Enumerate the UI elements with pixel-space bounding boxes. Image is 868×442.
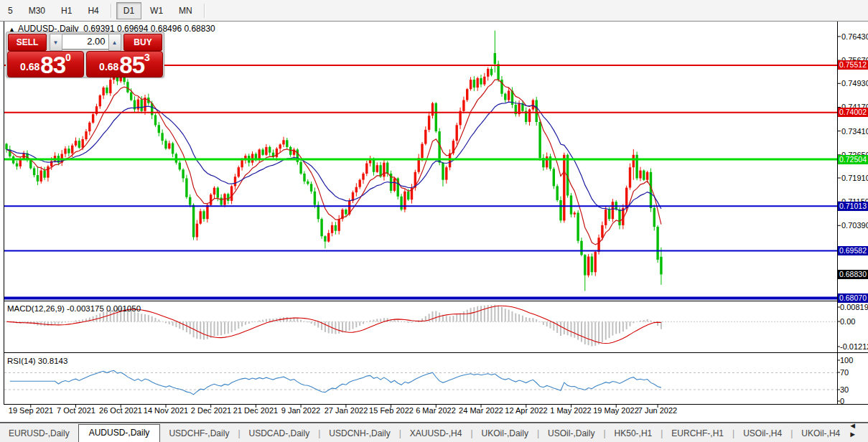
tab-usdcad-daily[interactable]: USDCAD-,Daily (241, 425, 319, 442)
candle-body (435, 103, 437, 131)
candle-body (625, 188, 627, 208)
candle-body (71, 146, 73, 154)
level-badge: 0.75512 (838, 60, 868, 70)
candle-body (400, 197, 402, 210)
candle-body (608, 210, 610, 219)
candle-body (556, 186, 559, 200)
sell-price-big: 83 (40, 55, 65, 76)
rsi-layer (4, 370, 837, 395)
date-axis-label: 12 Apr 2022 (505, 406, 547, 415)
candle-body (130, 93, 132, 100)
date-axis-label: 15 Feb 2022 (369, 406, 414, 415)
tab-usoil-daily[interactable]: USOil-,Daily (539, 425, 603, 442)
candle-body (227, 194, 229, 201)
candle-body (362, 174, 364, 180)
candle-body (279, 144, 281, 149)
sell-price-tile[interactable]: 0.68 83 0 (7, 51, 84, 77)
candle-body (601, 225, 603, 238)
candle-body (383, 163, 385, 177)
buy-button[interactable]: BUY (123, 34, 162, 51)
candle-body (82, 139, 84, 148)
trading-platform-window: { "toolbar": { "items": ["5", "M30", "H1… (0, 0, 868, 442)
candle-body (466, 89, 468, 100)
candle-body (359, 180, 361, 187)
candle-body (442, 163, 444, 180)
price-axis-label: 0.73410 (841, 127, 868, 136)
candle-body (92, 114, 94, 123)
candle-body (161, 133, 163, 141)
tab-usdcnh-daily[interactable]: USDCNH-,Daily (320, 425, 398, 442)
volume-decrease-button[interactable]: ▼ (50, 34, 62, 51)
candle-body (164, 141, 167, 149)
tab-usoil-h4[interactable]: USOil-,H4 (734, 425, 790, 442)
candle-body (577, 213, 579, 241)
tab-eurusd-daily[interactable]: EURUSD-,Daily (0, 425, 78, 442)
candle-body (168, 144, 170, 149)
date-axis-label: 26 Oct 2021 (99, 406, 142, 415)
level-badge: 0.71013 (838, 202, 868, 211)
candle-body (255, 154, 257, 159)
tab-scroll-arrows[interactable]: ◄ ► (849, 421, 868, 442)
candle-body (656, 227, 658, 260)
candle-body (200, 211, 202, 223)
buy-price-big: 85 (119, 55, 144, 76)
price-axis-label: 0.71910 (841, 174, 868, 182)
candle-body (47, 166, 49, 178)
price-axis-label: 0.74930 (841, 79, 868, 88)
buy-price-tile[interactable]: 0.68 85 3 (86, 51, 163, 77)
tab-usdchf-daily[interactable]: USDCHF-,Daily (160, 425, 238, 442)
tab-xauusd-h4[interactable]: XAUUSD-,H4 (401, 425, 471, 442)
date-axis-label: 21 Dec 2021 (233, 406, 278, 415)
tab-audusd-daily[interactable]: AUDUSD-,Daily (78, 424, 161, 442)
candle-body (85, 131, 87, 139)
tab-eurchf-h1[interactable]: EURCHF-,H1 (663, 425, 732, 442)
rsi-axis-label: 70 (840, 368, 849, 377)
date-axis-label: 6 Mar 2022 (416, 406, 456, 415)
candle-body (102, 88, 104, 95)
tab-ukoil-h4[interactable]: UKOil-,H4 (793, 425, 849, 442)
candle-body (286, 140, 288, 147)
tab-hk50-h1[interactable]: HK50-,H1 (606, 425, 661, 442)
tab-ukoil-daily[interactable]: UKOil-,Daily (473, 425, 537, 442)
buy-price-small: 0.68 (99, 57, 118, 76)
candle-body (126, 82, 129, 92)
level-badge: 0.74002 (838, 108, 868, 117)
candle-body (258, 149, 261, 159)
candle-body (345, 210, 347, 215)
candle-body (37, 175, 39, 182)
candle-body (584, 255, 586, 275)
candle-body (43, 171, 45, 178)
candle-body (109, 80, 111, 93)
candle-body (269, 147, 271, 153)
candle-body (64, 149, 66, 154)
candle-body (462, 100, 465, 111)
volume-input[interactable]: 2.00 (62, 34, 108, 50)
candle-body (106, 88, 108, 93)
candle-body (546, 156, 548, 167)
candle-body (508, 90, 510, 100)
candle-body (185, 179, 187, 197)
candle-body (220, 198, 223, 205)
candle-body (265, 147, 267, 155)
date-axis-label: 1 May 2022 (550, 406, 591, 415)
candle-body (660, 257, 662, 275)
symbol-tab-bar: EURUSD-,DailyAUDUSD-,DailyUSDCHF-,Daily|… (0, 423, 868, 442)
candle-body (365, 164, 368, 174)
candle-body (587, 257, 589, 276)
candle-body (559, 200, 561, 220)
candle-body (335, 225, 337, 231)
candle-body (538, 122, 541, 158)
sell-button[interactable]: SELL (8, 34, 47, 51)
candle-body (310, 184, 312, 192)
date-axis-label: 7 Oct 2021 (57, 406, 95, 415)
candle-body (158, 125, 160, 133)
candle-body (16, 164, 18, 166)
candle-body (202, 211, 205, 219)
candle-body (172, 144, 174, 154)
candle-body (528, 110, 531, 122)
macd-axis-label: -0.012125 (840, 342, 868, 351)
candle-body (428, 116, 430, 130)
volume-increase-button[interactable]: ▲ (108, 34, 121, 51)
rsi-axis-label: 100 (840, 356, 853, 365)
candle-body (553, 169, 555, 186)
